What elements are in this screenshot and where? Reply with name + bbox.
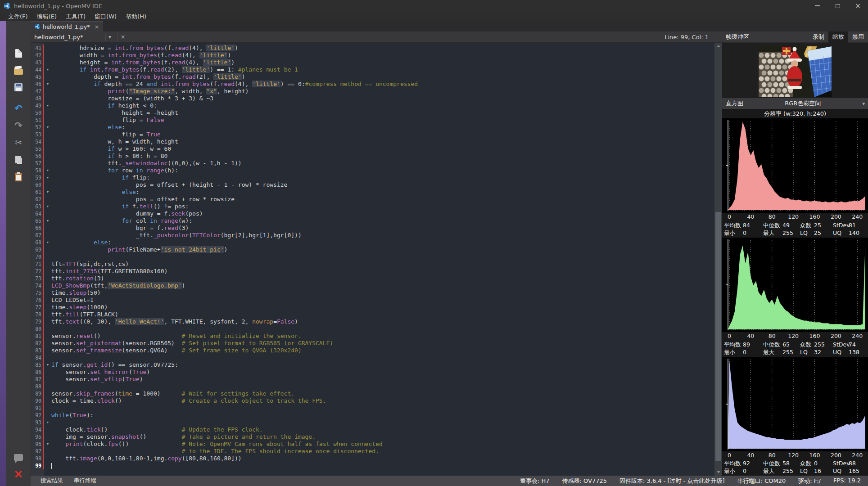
framebuffer-button-缩放[interactable]: 缩放 [828, 32, 848, 43]
fold-marker-icon[interactable]: ▾ [44, 189, 51, 196]
code-line[interactable]: 67 _tft._pushcolor(TFTColor(bgr[2],bgr[1… [31, 232, 714, 239]
code-line[interactable]: 60 pos = offset + (height - 1 - row) * r… [31, 181, 714, 189]
code-line[interactable]: 59▾ if flip: [31, 174, 714, 181]
redo-button[interactable]: ↷ [12, 119, 25, 132]
code-line[interactable]: 65▾ for col in range(w): [31, 217, 714, 225]
code-line[interactable]: 77time.sleep(1000) [31, 304, 714, 311]
code-line[interactable]: 57 tft._setwindowloc((0,0),(w - 1,h - 1)… [31, 160, 714, 167]
code-line[interactable]: 94 clock.tick() # Update the FPS clock. [31, 426, 714, 433]
code-line[interactable]: 73tft.rotation(3) [31, 275, 714, 282]
code-line[interactable]: 84 [31, 354, 714, 361]
close-button[interactable]: × [848, 0, 868, 12]
statusbar-tab-0[interactable]: 搜索结果 [36, 477, 68, 485]
fold-marker-icon[interactable]: ▾ [44, 361, 51, 369]
fold-marker-icon[interactable]: ▾ [44, 102, 51, 109]
code-line[interactable]: 46▾ if depth == 24 and int.from_bytes(f.… [31, 81, 714, 88]
code-line[interactable]: 74LCD_ShowBmp(tft,'WeActStudiologo.bmp') [31, 282, 714, 289]
editor-scrollbar[interactable] [714, 43, 722, 476]
code-line[interactable]: 66 bgr = f.read(3) [31, 225, 714, 232]
fold-marker-icon[interactable]: ▾ [44, 66, 51, 73]
undo-button[interactable]: ↶ [12, 102, 25, 115]
status-item-2[interactable]: 固件版本: 3.6.4 - [过时 - 点击此处升级] [619, 477, 725, 485]
code-line[interactable]: 63▾ if f.tell() != pos: [31, 203, 714, 210]
code-line[interactable]: 44▾ if int.from_bytes(f.read(2), 'little… [31, 66, 714, 73]
code-line[interactable]: 55 if w > 160: w = 60 [31, 145, 714, 153]
code-line[interactable]: 95 img = sensor.snapshot() # Take a pict… [31, 433, 714, 441]
code-line[interactable]: 91 [31, 405, 714, 412]
code-line[interactable]: 47 print("Image size:", width, "x", heig… [31, 88, 714, 95]
code-line[interactable]: 82sensor.set_pixformat(sensor.RGB565) # … [31, 340, 714, 347]
open-file-button[interactable] [12, 64, 25, 76]
fold-marker-icon[interactable]: ▾ [44, 419, 51, 426]
statusbar-tab-1[interactable]: 串行终端 [69, 477, 101, 485]
code-line[interactable]: 69 print(FileName+'is not 24bit pic') [31, 246, 714, 253]
code-line[interactable]: 68▾ else: [31, 239, 714, 246]
code-line[interactable]: 78tft.fill(TFT.BLACK) [31, 311, 714, 318]
code-line[interactable]: 75time.sleep(50) [31, 289, 714, 297]
chevron-down-icon[interactable]: ▾ [862, 101, 868, 107]
code-line[interactable]: 49▾ if height < 0: [31, 102, 714, 109]
colorspace-dropdown[interactable]: RGB色彩空间 [743, 99, 862, 108]
stop-script-button[interactable]: × [12, 468, 25, 480]
code-line[interactable]: 80 [31, 325, 714, 333]
code-line[interactable]: 71tft=TFT(spi,dc,rst,cs) [31, 261, 714, 268]
maximize-button[interactable] [827, 0, 848, 12]
menu-item-4[interactable]: 帮助(H) [121, 12, 151, 22]
code-line[interactable]: 85▾if sensor.get_id() == sensor.OV7725: [31, 361, 714, 369]
cut-button[interactable]: ✂ [12, 136, 25, 149]
menu-item-0[interactable]: 文件(F) [4, 12, 32, 22]
framebuffer-button-禁用[interactable]: 禁用 [848, 32, 868, 43]
minimize-button[interactable] [807, 0, 827, 12]
code-line[interactable]: 51 flip = False [31, 117, 714, 124]
chevron-down-icon[interactable]: ▾ [105, 33, 114, 41]
code-line[interactable]: 64 dummy = f.seek(pos) [31, 210, 714, 217]
code-line[interactable]: 58▾ for row in range(h): [31, 167, 714, 174]
code-line[interactable]: 97 # to the IDE. The FPS should increase… [31, 448, 714, 455]
code-line[interactable]: 88 [31, 383, 714, 390]
fold-marker-icon[interactable]: ▾ [44, 217, 51, 225]
code-line[interactable]: 53 flip = True [31, 131, 714, 138]
code-line[interactable]: 99 [31, 462, 714, 469]
code-line[interactable]: 79tft.text((0, 30), 'Hello WeAct!', TFT.… [31, 318, 714, 325]
code-line[interactable]: 43 height = int.from_bytes(f.read(4), 'l… [31, 59, 714, 66]
paste-button[interactable] [12, 171, 25, 183]
menu-item-3[interactable]: 窗口(W) [90, 12, 121, 22]
code-line[interactable]: 76LCD_LEDSet=1 [31, 297, 714, 304]
code-line[interactable]: 42 width = int.from_bytes(f.read(4), 'li… [31, 52, 714, 59]
scroll-down-icon[interactable] [714, 469, 722, 476]
fold-marker-icon[interactable]: ▾ [44, 167, 51, 174]
code-line[interactable]: 87 sensor.set_vflip(True) [31, 376, 714, 383]
code-line[interactable]: 56 if h > 80: h = 80 [31, 153, 714, 160]
code-line[interactable]: 50 height = -height [31, 109, 714, 117]
code-line[interactable]: 41 hdrsize = int.from_bytes(f.read(4), '… [31, 45, 714, 52]
code-line[interactable]: 90clock = time.clock() # Create a clock … [31, 397, 714, 405]
copy-button[interactable] [12, 153, 25, 166]
save-file-button[interactable] [12, 81, 25, 94]
code-line[interactable]: 98 tft.image(0,0,160-1,80-1,img.copy([80… [31, 455, 714, 462]
scrollbar-thumb[interactable] [715, 212, 721, 461]
fold-marker-icon[interactable]: ▾ [44, 124, 51, 131]
code-line[interactable]: 61▾ else: [31, 189, 714, 196]
code-line[interactable]: 45 depth = int.from_bytes(f.read(2), 'li… [31, 73, 714, 81]
file-close-icon[interactable]: × [118, 33, 128, 41]
code-line[interactable]: 89sensor.skip_frames(time = 1000) # Wait… [31, 390, 714, 397]
code-line[interactable]: 96▾ print(clock.fps()) # Note: OpenMV Ca… [31, 441, 714, 448]
code-line[interactable]: 54 w, h = width, height [31, 138, 714, 145]
code-line[interactable]: 93▾ [31, 419, 714, 426]
fold-marker-icon[interactable]: ▾ [44, 441, 51, 448]
code-line[interactable]: 92while(True): [31, 412, 714, 419]
fold-marker-icon[interactable]: ▾ [44, 81, 51, 88]
code-line[interactable]: 62 pos = offset + row * rowsize [31, 196, 714, 203]
code-editor[interactable]: 41 hdrsize = int.from_bytes(f.read(4), '… [31, 43, 714, 476]
code-line[interactable]: 48 rowsize = (width * 3 + 3) & ~3 [31, 95, 714, 102]
code-line[interactable]: 83sensor.set_framesize(sensor.QVGA) # Se… [31, 347, 714, 354]
code-line[interactable]: 72tft.init_7735(TFT.GREENTAB80x160) [31, 268, 714, 275]
tab-helloworld[interactable]: helloworld_1.py* × [31, 21, 103, 32]
framebuffer-button-录制[interactable]: 录制 [809, 32, 828, 43]
new-file-button[interactable] [12, 47, 25, 59]
tab-close-icon[interactable]: × [92, 23, 99, 30]
code-line[interactable]: 86 sensor.set_hmirror(True) [31, 369, 714, 376]
fold-marker-icon[interactable]: ▾ [44, 203, 51, 210]
open-file-selector[interactable]: helloworld_1.py* ▾ × [31, 32, 131, 43]
menu-item-2[interactable]: 工具(T) [61, 12, 90, 22]
